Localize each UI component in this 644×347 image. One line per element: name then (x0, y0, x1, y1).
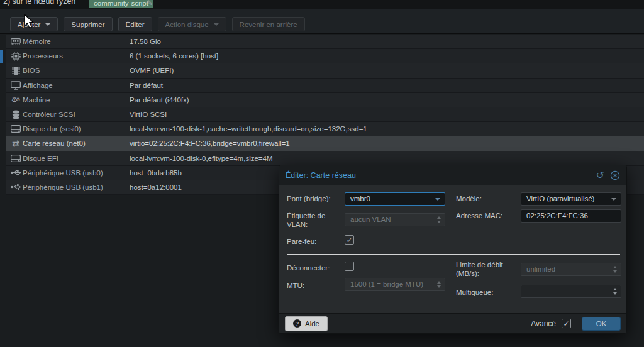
table-row[interactable]: Processeurs6 (1 sockets, 6 cores) [host] (6, 49, 644, 63)
gears-icon: ⚙⚙ (9, 96, 23, 104)
row-value: VirtIO SCSI (130, 111, 167, 118)
mac-address-input[interactable]: 02:25:2C:F4:FC:36 (521, 209, 621, 223)
dialog-header[interactable]: Éditer: Carte réseau ↺ (279, 165, 626, 185)
table-row[interactable]: Mémoire17.58 Gio (6, 35, 644, 49)
mtu-spinner: 1500 (1 = bridge MTU) (345, 278, 445, 291)
rate-limit-label: Limite de débit (MB/s): (456, 260, 514, 278)
row-label: Machine (23, 96, 130, 104)
row-label: Processeurs (23, 52, 130, 60)
table-row[interactable]: BIOSOVMF (UEFI) (6, 63, 644, 78)
toolbar-button-label: Éditer (126, 21, 145, 28)
table-row[interactable]: AffichagePar défaut (6, 79, 644, 93)
row-label: Contrôleur SCSI (23, 111, 130, 118)
row-label: Périphérique USB (usb1) (23, 184, 130, 191)
question-icon: ? (293, 319, 301, 328)
help-button[interactable]: ? Aide (285, 316, 328, 331)
bridge-combobox[interactable]: vmbr0 (345, 192, 445, 206)
row-value: Par défaut (i440fx) (130, 96, 189, 104)
advanced-separator (287, 254, 620, 255)
toolbar-button-supprimer[interactable]: Supprimer (64, 17, 112, 31)
bridge-label: Pont (bridge): (287, 194, 331, 203)
mtu-label: MTU: (287, 281, 304, 290)
table-row[interactable]: ⇄Carte réseau (net0)virtio=02:25:2C:F4:F… (6, 136, 644, 151)
usb-icon (9, 168, 23, 177)
toolbar-button-label: Action disque (165, 21, 209, 28)
toolbar-button-revenir-en-arri-re: Revenir en arrière (232, 17, 305, 31)
row-value: local-lvm:vm-100-disk-1,cache=writethrou… (130, 125, 367, 133)
chevron-down-icon (214, 23, 219, 26)
firewall-label: Pare-feu: (287, 237, 316, 246)
vlan-label: Étiquette de VLAN: (287, 211, 338, 229)
chevron-down-icon (45, 23, 50, 26)
model-combobox[interactable]: VirtIO (paravirtualisé) (521, 192, 621, 206)
dialog-body: Pont (bridge): vmbr0 Modèle: VirtIO (par… (279, 185, 626, 313)
row-value: Par défaut (130, 82, 163, 89)
advanced-label: Avancé (531, 319, 556, 328)
disconnect-checkbox[interactable] (345, 262, 354, 271)
proxmox-hardware-screen: 2) sur le nœud ryzen community-script ✎ … (0, 0, 644, 347)
row-label: Périphérique USB (usb0) (23, 169, 130, 177)
page-header: 2) sur le nœud ryzen community-script ✎ (0, 0, 644, 9)
toolbar-button--diter[interactable]: Éditer (118, 17, 152, 31)
display-icon (9, 81, 23, 90)
spinner-arrows-icon (437, 281, 441, 288)
cpu-icon (9, 52, 23, 61)
spinner-arrows-icon (613, 288, 617, 295)
hardware-toolbar: AjouterSupprimerÉditerAction disqueReven… (0, 9, 644, 34)
chip-icon (9, 66, 23, 75)
row-label: Affichage (23, 82, 130, 89)
vm-tag[interactable]: community-script (89, 0, 153, 8)
database-icon (9, 110, 23, 119)
row-value: host=0bda:b85b (130, 169, 182, 177)
toolbar-button-label: Revenir en arrière (240, 21, 297, 28)
table-row[interactable]: Disque EFIlocal-lvm:vm-100-disk-0,efityp… (6, 151, 644, 166)
mac-label: Adresse MAC: (456, 211, 502, 220)
multiqueue-spinner[interactable] (521, 285, 621, 298)
node-breadcrumb: 2) sur le nœud ryzen (3, 0, 75, 6)
disconnect-label: Déconnecter: (287, 263, 330, 272)
firewall-checkbox[interactable] (345, 235, 354, 245)
row-value: local-lvm:vm-100-disk-0,efitype=4m,size=… (130, 155, 273, 162)
dialog-footer: ? Aide Avancé OK (279, 313, 626, 333)
dialog-title: Éditer: Carte réseau (286, 171, 356, 180)
vlan-spinner: aucun VLAN (345, 213, 445, 226)
row-label: BIOS (23, 67, 130, 74)
chevron-down-icon (435, 198, 440, 201)
model-label: Modèle: (456, 194, 482, 203)
edit-network-dialog: Éditer: Carte réseau ↺ Pont (bridge): vm… (279, 165, 627, 334)
row-value: 6 (1 sockets, 6 cores) [host] (130, 52, 218, 60)
network-icon: ⇄ (9, 140, 23, 147)
spinner-arrows-icon (437, 216, 441, 223)
hdd-icon (9, 155, 23, 162)
table-row[interactable]: Disque dur (scsi0)local-lvm:vm-100-disk-… (6, 122, 644, 136)
edit-pencil-icon[interactable]: ✎ (147, 0, 153, 8)
toolbar-button-label: Supprimer (71, 21, 104, 28)
toolbar-button-label: Ajouter (18, 21, 40, 28)
row-value: OVMF (UEFI) (130, 67, 174, 74)
row-value: host=0a12:0001 (130, 184, 182, 191)
table-row[interactable]: ⚙⚙MachinePar défaut (i440fx) (6, 93, 644, 107)
tree-selection-strip (0, 50, 3, 63)
usb-icon (9, 183, 23, 191)
hdd-icon (9, 125, 23, 133)
advanced-checkbox[interactable] (562, 319, 571, 328)
multiqueue-label: Multiqueue: (456, 288, 493, 297)
row-label: Disque dur (scsi0) (23, 125, 130, 133)
row-value: virtio=02:25:2C:F4:FC:36,bridge=vmbr0,fi… (130, 140, 290, 147)
row-label: Carte réseau (net0) (23, 140, 130, 147)
rate-limit-spinner: unlimited (521, 263, 621, 276)
row-label: Mémoire (23, 38, 130, 45)
table-row[interactable]: Contrôleur SCSIVirtIO SCSI (6, 107, 644, 122)
toolbar-button-action-disque: Action disque (158, 17, 226, 31)
memory-icon (9, 37, 23, 46)
chevron-down-icon (611, 198, 616, 201)
row-value: 17.58 Gio (130, 38, 161, 45)
reset-icon[interactable]: ↺ (596, 171, 604, 180)
ok-button[interactable]: OK (582, 317, 621, 331)
close-icon[interactable] (610, 170, 620, 180)
row-label: Disque EFI (23, 155, 130, 162)
toolbar-button-ajouter[interactable]: Ajouter (10, 17, 58, 31)
spinner-arrows-icon (613, 266, 617, 273)
